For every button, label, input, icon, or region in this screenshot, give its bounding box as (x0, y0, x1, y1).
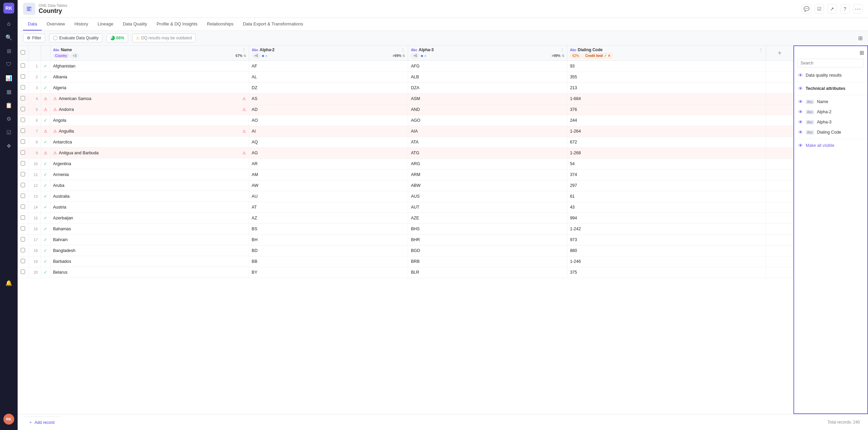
row-checkbox-cell[interactable] (18, 191, 28, 202)
alpha2-sort-icon[interactable]: ⇅ (402, 54, 405, 58)
comment-button[interactable]: 💬 (802, 4, 811, 14)
row-checkbox-cell[interactable] (18, 137, 28, 148)
row-checkbox[interactable] (21, 96, 25, 100)
row-checkbox[interactable] (21, 248, 25, 252)
dq-warning-badge: ⚠ DQ results may be outdated (132, 34, 196, 42)
share-button[interactable]: ↗ (827, 4, 837, 14)
rp-item-alpha2[interactable]: 👁 Abc Alpha-2 (794, 107, 867, 117)
row-checkbox[interactable] (21, 194, 25, 198)
row-checkbox-cell[interactable] (18, 234, 28, 245)
percent-badge[interactable]: 66% (106, 34, 128, 42)
alpha3-sort-icon[interactable]: ⇅ (562, 54, 564, 58)
more-button[interactable]: ⋯ (853, 4, 863, 14)
rp-item-technical[interactable]: 👁 Technical attributes (794, 83, 867, 94)
row-checkbox[interactable] (21, 118, 25, 122)
row-checkbox[interactable] (21, 150, 25, 155)
row-checkbox[interactable] (21, 226, 25, 231)
add-column-header[interactable]: + (766, 45, 793, 61)
credit-x-icon[interactable]: ✕ (608, 54, 610, 58)
status-ok-icon: ✓ (44, 270, 47, 275)
checkbox-button[interactable]: ☑ (814, 4, 824, 14)
row-checkbox[interactable] (21, 63, 25, 68)
cell-name: Azerbaijan (51, 213, 249, 223)
evaluate-dq-button[interactable]: Evaluate Data Quality (49, 34, 102, 42)
row-checkbox-cell[interactable] (18, 169, 28, 180)
row-checkbox-cell[interactable] (18, 72, 28, 82)
tab-history[interactable]: History (70, 18, 93, 31)
row-checkbox-cell[interactable] (18, 61, 28, 72)
rp-item-dialing[interactable]: 👁 Abc Dialing Code (794, 127, 867, 137)
row-checkbox[interactable] (21, 74, 25, 79)
alpha2-col-more[interactable]: ⋮ (401, 47, 405, 52)
sidebar-item-shield[interactable]: 🛡 (3, 58, 15, 71)
row-checkbox[interactable] (21, 85, 25, 90)
select-all-header[interactable] (18, 45, 28, 61)
row-checkbox-cell[interactable] (18, 148, 28, 158)
rp-item-alpha3[interactable]: 👁 Abc Alpha-3 (794, 117, 867, 127)
sidebar-item-grid[interactable]: ▦ (3, 85, 15, 98)
tab-profile[interactable]: Profile & DQ Insights (152, 18, 202, 31)
row-checkbox-cell[interactable] (18, 104, 28, 115)
sidebar-item-settings[interactable]: ⚙ (3, 113, 15, 125)
row-checkbox-cell[interactable] (18, 180, 28, 191)
cell-extra (766, 234, 793, 245)
rp-item-name[interactable]: 👁 Abc Name (794, 97, 867, 107)
tab-lineage[interactable]: Lineage (93, 18, 118, 31)
sidebar-item-chart[interactable]: 📊 (3, 72, 15, 84)
cell-extra (766, 72, 793, 82)
rp-make-visible[interactable]: 👁 Make all visible (794, 140, 867, 151)
row-checkbox[interactable] (21, 139, 25, 144)
sidebar-item-category[interactable]: ⊞ (3, 45, 15, 57)
row-checkbox-cell[interactable] (18, 223, 28, 234)
add-record-button[interactable]: ＋ Add record (23, 416, 60, 428)
name-sort-icon[interactable]: ⇅ (243, 54, 246, 58)
sidebar-item-component[interactable]: ❖ (3, 140, 15, 152)
columns-icon[interactable]: ⊞ (860, 50, 864, 56)
tab-data[interactable]: Data (23, 18, 42, 31)
row-checkbox-cell[interactable] (18, 256, 28, 267)
tab-export[interactable]: Data Export & Transformations (238, 18, 308, 31)
tab-overview[interactable]: Overview (42, 18, 69, 31)
rp-item-dq-results[interactable]: 👁 Data quality results (794, 70, 867, 80)
select-all-checkbox[interactable] (21, 50, 25, 55)
row-error-right: ⚠ (242, 96, 246, 101)
row-checkbox[interactable] (21, 183, 25, 187)
row-checkbox[interactable] (21, 270, 25, 274)
tab-relationships[interactable]: Relationships (202, 18, 238, 31)
row-checkbox[interactable] (21, 172, 25, 176)
row-checkbox[interactable] (21, 215, 25, 220)
sidebar-item-bell[interactable]: 🔔 (3, 277, 15, 289)
row-checkbox[interactable] (21, 107, 25, 111)
dialing-col-more[interactable]: ⋮ (759, 47, 763, 52)
row-checkbox[interactable] (21, 204, 25, 209)
alpha3-col-more[interactable]: ⋮ (560, 47, 564, 52)
row-checkbox-cell[interactable] (18, 267, 28, 278)
sidebar-item-checkbox[interactable]: ☑ (3, 126, 15, 138)
cell-alpha3: ASM (408, 93, 567, 104)
row-checkbox[interactable] (21, 161, 25, 165)
cell-alpha3: BHR (408, 234, 567, 245)
row-checkbox-cell[interactable] (18, 202, 28, 213)
sidebar-item-home[interactable]: ⌂ (3, 18, 15, 30)
row-checkbox-cell[interactable] (18, 82, 28, 93)
row-checkbox-cell[interactable] (18, 115, 28, 126)
row-checkbox[interactable] (21, 237, 25, 241)
row-checkbox-cell[interactable] (18, 158, 28, 169)
sidebar-item-report[interactable]: 📋 (3, 99, 15, 111)
row-checkbox[interactable] (21, 129, 25, 133)
add-column-button[interactable]: + (766, 50, 793, 57)
row-checkbox-cell[interactable] (18, 93, 28, 104)
row-checkbox-cell[interactable] (18, 245, 28, 256)
help-button[interactable]: ? (840, 4, 850, 14)
tab-data-quality[interactable]: Data Quality (118, 18, 152, 31)
row-checkbox-cell[interactable] (18, 213, 28, 223)
column-search-input[interactable] (798, 59, 864, 67)
cell-extra (766, 148, 793, 158)
sidebar-item-search[interactable]: 🔍 (3, 31, 15, 43)
row-checkbox-cell[interactable] (18, 126, 28, 137)
row-checkbox[interactable] (21, 259, 25, 263)
filter-button[interactable]: ⚙ Filter (23, 34, 45, 42)
name-col-more[interactable]: ⋮ (242, 47, 246, 52)
user-avatar[interactable]: RK (3, 414, 14, 425)
columns-toggle-button[interactable]: ⊞ (858, 35, 863, 41)
